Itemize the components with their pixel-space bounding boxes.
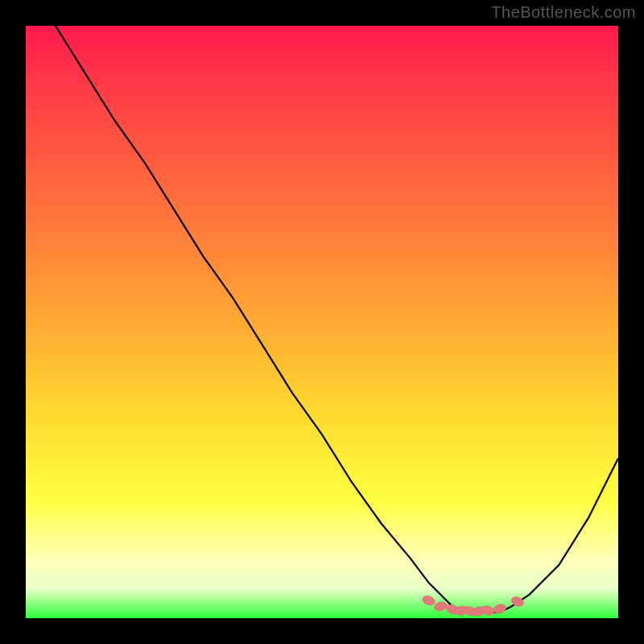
watermark-text: TheBottleneck.com [491,3,636,22]
plot-area [26,26,618,618]
chart-frame: TheBottleneck.com [0,0,644,644]
marker-dot [433,601,448,613]
marker-dot [421,594,436,607]
bottleneck-curve [56,26,618,613]
chart-svg [26,26,618,618]
marker-dot [481,605,496,617]
optimal-zone-markers [421,594,525,617]
